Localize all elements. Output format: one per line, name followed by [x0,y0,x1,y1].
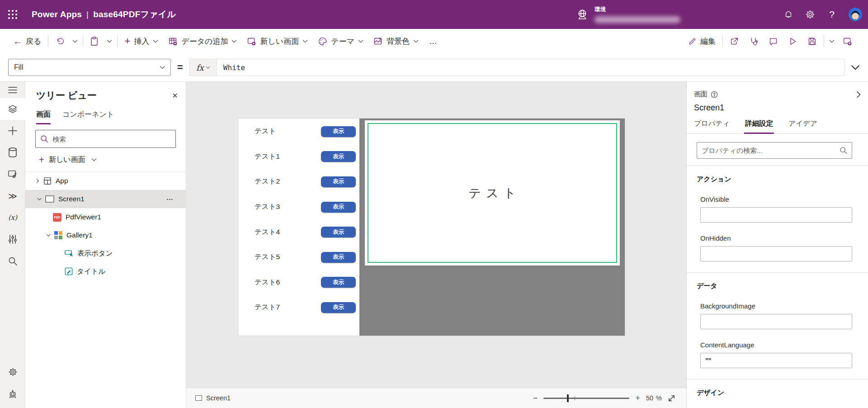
zoom-out-button[interactable]: − [533,394,538,403]
gallery-row[interactable]: テスト3 表示 [238,195,359,220]
stethoscope-icon [749,37,759,46]
tree-item-app[interactable]: App [25,172,186,190]
account-button[interactable] [843,0,868,29]
fx-button[interactable]: fx [190,59,217,76]
insert-button[interactable]: + 挿入 [119,33,163,50]
help-circle-icon[interactable] [711,91,718,98]
tab-ideas[interactable]: アイデア [788,119,818,133]
tree-item-screen1[interactable]: Screen1 … [25,190,186,208]
tree-search-input[interactable] [52,135,171,143]
save-button[interactable] [802,33,822,50]
tree-item-title-label[interactable]: タイトル [25,262,186,280]
close-tree-view-button[interactable]: × [172,91,178,100]
show-button[interactable]: 表示 [321,176,356,187]
tree-item-show-button[interactable]: 表示ボタン [25,244,186,262]
preview-button[interactable] [783,33,802,50]
zoom-in-button[interactable]: + [635,394,640,403]
notifications-button[interactable] [778,0,799,29]
paste-menu-button[interactable] [104,33,115,50]
background-color-button[interactable]: 背景色 [368,33,424,50]
variables-rail-button[interactable]: (x) [0,207,25,228]
data-rail-button[interactable] [0,142,25,163]
insert-rail-button[interactable] [0,120,25,142]
tab-components[interactable]: コンポーネント [62,110,114,124]
field-input-backgroundimage[interactable] [700,314,852,329]
tab-screens[interactable]: 画面 [36,110,51,124]
save-menu-button[interactable] [826,33,838,50]
gallery-row[interactable]: テスト2 表示 [238,169,359,195]
copilot-rail-button[interactable] [0,384,25,405]
gallery1-control[interactable]: テスト 表示 テスト1 表示 テスト2 表示 テスト3 表示 テスト4 表示 テ… [238,119,359,336]
show-button[interactable]: 表示 [321,126,356,137]
publish-button[interactable] [838,33,857,50]
tab-advanced[interactable]: 詳細設定 [744,119,774,134]
tab-properties[interactable]: プロパティ [693,119,731,133]
environment-picker[interactable]: 環境 [576,6,680,23]
property-search-box[interactable] [697,142,852,159]
new-screen-menu-button[interactable]: + 新しい画面 [39,152,186,167]
field-input-onhidden[interactable] [700,246,852,261]
back-button[interactable]: ← 戻る [8,33,46,50]
gallery-row[interactable]: テスト6 表示 [238,270,359,295]
comment-icon [769,37,778,46]
power-automate-rail-button[interactable]: ≫ [0,185,25,207]
tree-view-rail-button[interactable] [0,98,25,120]
item-more-button[interactable]: … [166,194,175,202]
settings-button[interactable] [799,0,821,29]
settings-rail-button[interactable] [0,361,25,383]
app-checker-button[interactable] [744,33,764,50]
collapse-menu-button[interactable] [0,82,25,98]
pdf-viewer-selection-border: テスト [368,123,617,263]
gallery-item-title: テスト3 [255,202,280,212]
undo-button[interactable] [50,33,69,50]
new-screen-button[interactable]: 新しい画面 [242,33,313,50]
property-search-input[interactable] [702,147,840,154]
show-button[interactable]: 表示 [321,302,356,313]
pdf-viewer-page[interactable]: テスト [365,120,620,266]
collapse-panel-icon[interactable] [856,91,861,98]
toolbar-divider [722,35,723,47]
gallery-row[interactable]: テスト 表示 [238,119,359,144]
formula-bar-expand-icon[interactable] [851,65,860,70]
field-label-onhidden: OnHidden [700,234,852,242]
comments-button[interactable] [764,33,783,50]
background-fill-icon [373,37,383,46]
share-button[interactable] [725,33,744,50]
field-input-onvisible[interactable] [700,207,852,223]
gallery-row[interactable]: テスト7 表示 [238,295,359,320]
formula-input[interactable] [217,59,844,76]
property-selector[interactable]: Fill [8,59,171,76]
chevron-down-icon[interactable] [42,233,54,237]
gallery-row[interactable]: テスト4 表示 [238,219,359,245]
tree-search-box[interactable] [35,130,176,148]
tree-item-gallery1[interactable]: Gallery1 [25,226,186,244]
zoom-slider-handle[interactable] [567,394,569,402]
chevron-down-icon[interactable] [33,197,45,201]
fit-to-window-icon[interactable] [668,394,675,402]
show-button[interactable]: 表示 [321,151,356,162]
app-icon [43,177,52,185]
media-rail-button[interactable] [0,163,25,185]
zoom-slider[interactable] [543,398,629,399]
help-button[interactable]: ? [821,0,843,29]
search-rail-button[interactable] [0,250,25,272]
show-button[interactable]: 表示 [321,277,356,288]
show-button[interactable]: 表示 [321,252,356,263]
show-button[interactable]: 表示 [321,202,356,213]
chevron-right-icon[interactable] [32,179,43,183]
advanced-tools-rail-button[interactable] [0,228,25,250]
avatar [848,7,863,22]
show-button[interactable]: 表示 [321,227,356,237]
field-input-contentlanguage[interactable] [700,353,852,368]
more-commands-button[interactable]: … [424,33,443,50]
theme-button[interactable]: テーマ [313,33,368,50]
gallery-row[interactable]: テスト5 表示 [238,245,359,270]
add-data-button[interactable]: データの追加 [163,33,242,50]
current-screen-indicator[interactable]: Screen1 [195,394,231,402]
app-launcher-button[interactable] [0,0,25,29]
edit-button[interactable]: 編集 [683,33,721,50]
undo-menu-button[interactable] [69,33,81,50]
gallery-row[interactable]: テスト1 表示 [238,144,359,170]
tree-item-pdfviewer1[interactable]: PDF PdfViewer1 [25,208,186,226]
paste-button[interactable] [85,33,104,50]
